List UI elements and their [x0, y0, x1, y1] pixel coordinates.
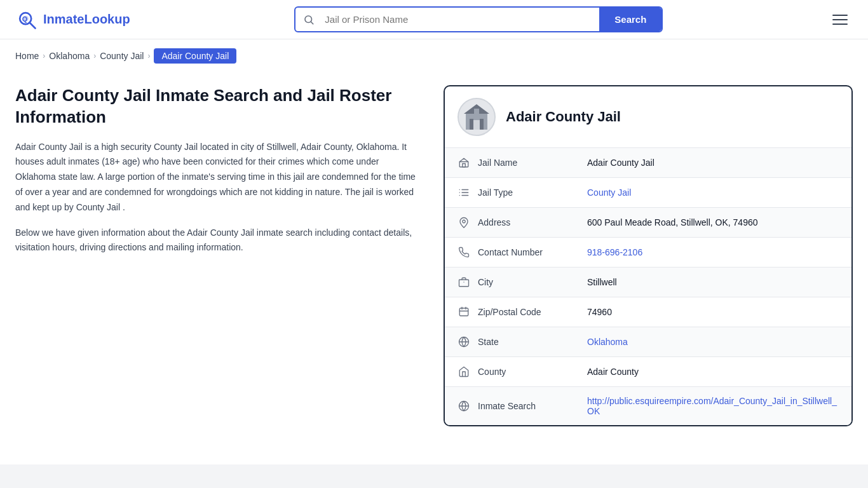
card-title: Adair County Jail: [506, 109, 621, 125]
row-label: State: [478, 337, 580, 347]
breadcrumb-sep-1: ›: [43, 51, 45, 60]
row-value: Adair County: [587, 367, 839, 377]
info-row: StateOklahoma: [445, 327, 851, 357]
logo[interactable]: Q InmateLookup: [15, 8, 130, 31]
jail-building-icon: [461, 101, 492, 133]
row-value: Adair County Jail: [587, 158, 839, 168]
phone-icon: [458, 247, 470, 258]
jail-icon: [458, 157, 470, 168]
breadcrumb-sep-3: ›: [147, 51, 150, 60]
logo-text: InmateLookup: [43, 12, 130, 27]
main-content: Adair County Jail Inmate Search and Jail…: [0, 72, 868, 439]
row-label: Jail Type: [478, 187, 580, 198]
row-link[interactable]: Oklahoma: [587, 337, 628, 347]
header: Q InmateLookup Search: [0, 0, 868, 39]
svg-rect-11: [474, 109, 479, 114]
row-value: Stillwell: [587, 277, 839, 287]
type-icon: [458, 187, 470, 198]
right-column: Adair County Jail Jail NameAdair County …: [444, 85, 853, 426]
row-value[interactable]: County Jail: [587, 187, 839, 198]
hamburger-line-3: [832, 24, 848, 25]
row-label: Jail Name: [478, 158, 580, 168]
svg-rect-12: [459, 162, 468, 167]
search-button[interactable]: Search: [599, 8, 661, 31]
state-icon: [458, 336, 470, 348]
breadcrumb: Home › Oklahoma › County Jail › Adair Co…: [0, 39, 868, 72]
row-label: Inmate Search: [478, 401, 580, 411]
row-label: City: [478, 277, 580, 287]
svg-rect-13: [463, 164, 466, 167]
search-form: Search: [294, 6, 663, 32]
row-value[interactable]: Oklahoma: [587, 337, 839, 347]
info-row: CityStillwell: [445, 268, 851, 297]
zip-icon: [458, 306, 470, 318]
breadcrumb-oklahoma[interactable]: Oklahoma: [49, 51, 90, 61]
search-input[interactable]: [322, 8, 599, 31]
info-rows: Jail NameAdair County JailJail TypeCount…: [445, 148, 851, 425]
svg-rect-8: [480, 119, 484, 130]
row-label: Address: [478, 217, 580, 227]
row-value[interactable]: 918-696-2106: [587, 247, 839, 257]
hamburger-line-2: [832, 19, 848, 20]
info-row: Jail NameAdair County Jail: [445, 148, 851, 178]
row-value[interactable]: http://public.esquireempire.com/Adair_Co…: [587, 396, 839, 416]
row-label: County: [478, 367, 580, 377]
info-row: Contact Number918-696-2106: [445, 238, 851, 268]
search-icon: [295, 14, 322, 25]
location-icon: [458, 217, 470, 228]
svg-rect-9: [473, 120, 480, 130]
breadcrumb-home[interactable]: Home: [15, 51, 39, 61]
row-link[interactable]: County Jail: [587, 187, 631, 198]
page-description-1: Adair County Jail is a high security Cou…: [15, 140, 416, 215]
city-icon: [458, 276, 470, 288]
page-description-2: Below we have given information about th…: [15, 226, 416, 256]
globe-icon: [458, 400, 470, 412]
svg-rect-23: [459, 308, 468, 316]
row-label: Zip/Postal Code: [478, 307, 580, 317]
info-row: Zip/Postal Code74960: [445, 297, 851, 327]
info-row: CountyAdair County: [445, 357, 851, 387]
jail-avatar: [458, 98, 496, 136]
card-header: Adair County Jail: [445, 86, 851, 148]
info-card: Adair County Jail Jail NameAdair County …: [444, 85, 853, 426]
breadcrumb-sep-2: ›: [93, 51, 96, 60]
svg-rect-21: [459, 280, 469, 287]
svg-rect-7: [470, 119, 473, 130]
info-row: Jail TypeCounty Jail: [445, 178, 851, 208]
row-value: 600 Paul Meade Road, Stillwell, OK, 7496…: [587, 217, 839, 227]
svg-text:Q: Q: [22, 15, 27, 22]
menu-button[interactable]: [827, 10, 853, 30]
info-row: Address600 Paul Meade Road, Stillwell, O…: [445, 208, 851, 238]
row-value: 74960: [587, 307, 839, 317]
county-icon: [458, 366, 470, 377]
page-title: Adair County Jail Inmate Search and Jail…: [15, 85, 416, 128]
svg-point-20: [463, 220, 466, 223]
svg-line-1: [30, 22, 36, 28]
breadcrumb-county-jail[interactable]: County Jail: [100, 51, 144, 61]
search-area: Search: [140, 6, 817, 32]
left-column: Adair County Jail Inmate Search and Jail…: [15, 85, 428, 255]
hamburger-line-1: [832, 15, 848, 16]
row-link[interactable]: 918-696-2106: [587, 247, 642, 257]
footer-bar: [0, 464, 868, 488]
logo-icon: Q: [15, 8, 38, 31]
row-label: Contact Number: [478, 247, 580, 257]
row-link[interactable]: http://public.esquireempire.com/Adair_Co…: [587, 396, 837, 416]
breadcrumb-current: Adair County Jail: [154, 48, 236, 64]
info-row: Inmate Searchhttp://public.esquireempire…: [445, 387, 851, 425]
svg-line-5: [311, 22, 313, 24]
